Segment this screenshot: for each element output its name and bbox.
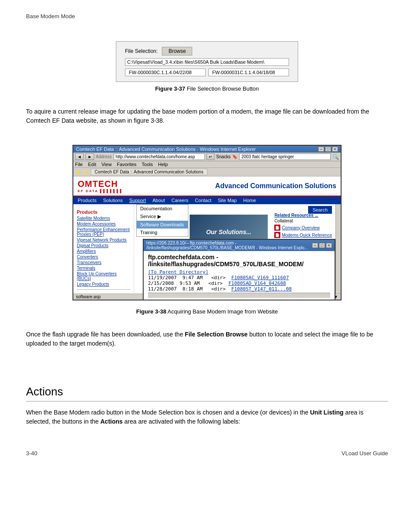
ftp-entry-2: 2/15/2008 9:53 AM <dir> F10805AD_V164_04… — [148, 281, 330, 286]
body-text-2: Once the flash upgrade file has been dow… — [26, 330, 388, 348]
sidebar-bucs[interactable]: Block Up Converters (BUCs) — [77, 271, 130, 281]
actions-section: Actions When the Base Modem radio button… — [26, 372, 388, 433]
maximize-button[interactable]: □ — [325, 147, 331, 152]
sidebar-digisat[interactable]: Digisat Products — [77, 243, 130, 248]
menu-help[interactable]: Help — [158, 162, 168, 167]
related-title: Related Resources ... — [274, 213, 332, 218]
ftp-title: ftp.comtechefdata.com - /linksite/flashu… — [148, 254, 330, 268]
nav-solutions[interactable]: Solutions — [103, 198, 122, 203]
site-nav: Products Solutions Support About Careers… — [73, 196, 341, 204]
site-content-area: Documentation Service ▶ Software Downloa… — [134, 204, 335, 294]
favorites-tab[interactable]: Comtech EF Data :: Advanced Communicatio… — [91, 169, 207, 175]
browser-titlebar: Comtech EF Data :: Advanced Communicatio… — [73, 146, 341, 153]
nav-products[interactable]: Products — [78, 198, 96, 203]
firmware-item-1: FW-0000030C.1.1.4.04/22/08 — [125, 69, 206, 76]
menu-edit[interactable]: Edit — [88, 162, 96, 167]
forward-button[interactable]: ► — [85, 153, 94, 160]
star2-icon: ⭐ — [83, 170, 88, 174]
nav-careers[interactable]: Careers — [171, 198, 188, 203]
browser-menubar: File Edit View Favorites Tools Help — [73, 161, 341, 168]
bold-unit-listing: Unit Listing — [310, 409, 344, 416]
ftp-minimize-button[interactable]: – — [312, 243, 318, 248]
dropdown-software-downloads[interactable]: Software Downloads — [137, 221, 188, 228]
snacks-icon: 🔖 — [232, 154, 237, 159]
modems-icon: 📄 — [274, 232, 280, 238]
file-path-input[interactable] — [125, 58, 289, 66]
doc-name: VLoad User Guide — [342, 450, 388, 457]
related-company-overview[interactable]: 📄 Company Overview — [274, 225, 332, 231]
sidebar-terminals[interactable]: Terminals — [77, 266, 130, 271]
sidebar-amplifiers[interactable]: Amplifiers — [77, 249, 130, 254]
nav-about[interactable]: About — [152, 198, 165, 203]
statusbar-url: software.asp — [76, 294, 101, 299]
titlebar-buttons: – □ × — [318, 147, 338, 152]
sidebar-satellite-modems[interactable]: Satellite Modems — [77, 216, 130, 221]
actions-body-text: When the Base Modem radio button in the … — [26, 408, 388, 426]
sidebar-scrollbar-h — [77, 289, 130, 291]
close-button[interactable]: × — [332, 147, 338, 152]
nav-home[interactable]: Home — [243, 198, 256, 203]
back-button[interactable]: ◄ — [75, 153, 84, 160]
main-scrollbar-v[interactable] — [335, 204, 341, 294]
ftp-popup-title: https://206.223.8.10/-- ftp.comtechefdat… — [146, 241, 312, 250]
menu-view[interactable]: View — [102, 162, 112, 167]
nav-support[interactable]: Support — [129, 198, 146, 203]
ftp-content: ftp.comtechefdata.com - /linksite/flashu… — [144, 251, 335, 300]
browser-title: Comtech EF Data :: Advanced Communicatio… — [76, 147, 256, 152]
sidebar-transceivers[interactable]: Transceivers — [77, 260, 130, 265]
sidebar-modem-accessories[interactable]: Modem Accessories — [77, 222, 130, 226]
ftp-entry-1: 11/19/2007 9:47 AM <dir> F10805AC_V169_1… — [148, 275, 330, 281]
sidebar-legacy[interactable]: Legacy Products — [77, 282, 130, 287]
go-button[interactable]: ↵ — [207, 153, 214, 160]
search-bar[interactable]: 2003 flatc heritage springer — [239, 153, 331, 160]
dropdown-training[interactable]: Training — [137, 228, 188, 236]
actions-title: Actions — [26, 385, 388, 401]
ftp-titlebar: https://206.223.8.10/-- ftp.comtechefdat… — [144, 240, 335, 251]
ftp-close-button[interactable]: × — [326, 243, 332, 248]
site-main-content: Products Satellite Modems Modem Accessor… — [73, 204, 341, 294]
browser-screenshot: Comtech EF Data :: Advanced Communicatio… — [72, 145, 342, 300]
nav-contact[interactable]: Contact — [195, 198, 211, 203]
body-text-1: To aquire a current release image for up… — [26, 107, 388, 125]
browser-toolbar: ◄ ► Address ↵ Snacks 🔖 2003 flatc herita… — [73, 153, 341, 161]
menu-file[interactable]: File — [75, 162, 83, 167]
figure-37-caption: Figure 3-37 File Selection Browse Button — [155, 85, 259, 92]
ftp-maximize-button[interactable]: □ — [319, 243, 325, 248]
collateral-label: Collateral — [274, 219, 332, 223]
star-icon: ⭐ — [76, 170, 81, 174]
ftp-scrollbar-h[interactable] — [148, 293, 330, 298]
related-modems-quick[interactable]: 📄 Modems Quick Reference — [274, 232, 332, 238]
firmware-item-2: FW-0000031C.1.1.4.04/18/08 — [208, 69, 289, 76]
ftp-titlebar-buttons: – □ × — [312, 243, 332, 248]
ftp-listing: [To Parent Directory] 11/19/2007 9:47 AM… — [148, 269, 330, 292]
site-header: OMTECH EF DATA ▌▌▌▌▌▌▌ Advanced Communic… — [73, 176, 341, 196]
sidebar-vipesat[interactable]: Vipesat Network Products — [77, 238, 130, 242]
menu-tools[interactable]: Tools — [142, 162, 153, 167]
browse-button[interactable]: Browse — [162, 47, 192, 55]
menu-favorites[interactable]: Favorites — [117, 162, 136, 167]
related-resources: Related Resources ... Collateral 📄 Compa… — [274, 213, 332, 238]
figure-38-container: Comtech EF Data :: Advanced Communicatio… — [72, 140, 342, 315]
sidebar-converters[interactable]: Converters — [77, 255, 130, 259]
minimize-button[interactable]: – — [318, 147, 324, 152]
breadcrumb: Base Modem Mode — [26, 13, 388, 20]
sidebar-pep[interactable]: Performance Enhancement Proxies (PEP) — [77, 227, 130, 237]
dropdown-documentation[interactable]: Documentation — [137, 205, 188, 212]
page-footer: 3-40 VLoad User Guide — [26, 450, 388, 457]
address-bar[interactable] — [114, 153, 205, 160]
support-dropdown: Documentation Service ▶ Software Downloa… — [136, 204, 188, 237]
bold-actions: Actions — [100, 418, 122, 425]
ftp-parent-dir[interactable]: [To Parent Directory] — [148, 269, 330, 275]
file-selection-box: File Selection: Browse FW-0000030C.1.1.4… — [116, 41, 298, 82]
ftp-entry-3: 11/28/2007 8:18 AM <dir> F10805T_V147_01… — [148, 286, 330, 292]
nav-sitemap[interactable]: Site Map — [218, 198, 237, 203]
bold-file-selection: File Selection Browse — [185, 331, 248, 338]
search-icon[interactable]: 🔍 — [332, 154, 339, 160]
figure-38-caption: Figure 3-38 Acquiring Base Modem Image f… — [136, 308, 278, 315]
logo-text: OMTECH — [78, 179, 123, 189]
company-icon: 📄 — [274, 225, 280, 231]
dropdown-service[interactable]: Service ▶ — [137, 212, 188, 221]
sidebar-products-title: Products — [77, 209, 130, 215]
site-sidebar: Products Satellite Modems Modem Accessor… — [73, 204, 134, 294]
website-content: OMTECH EF DATA ▌▌▌▌▌▌▌ Advanced Communic… — [73, 176, 341, 300]
